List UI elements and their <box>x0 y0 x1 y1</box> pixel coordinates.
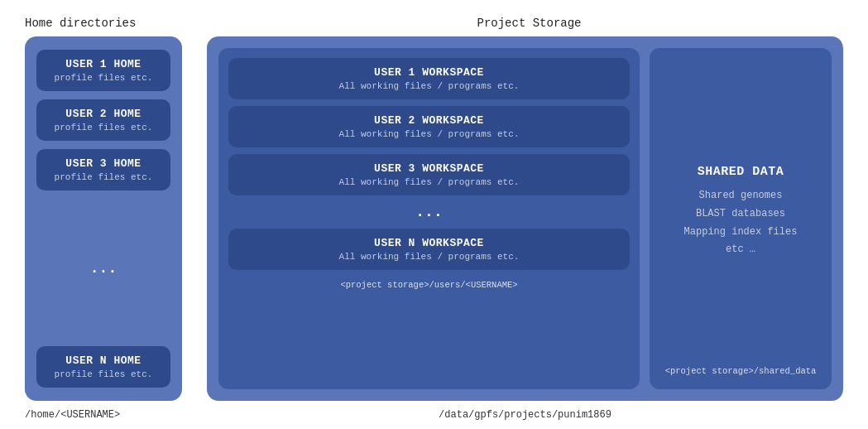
workspace-card-user1-sub: All working files / programs etc. <box>240 81 618 91</box>
shared-data-panel: SHARED DATA Shared genomes BLAST databas… <box>650 48 832 389</box>
project-storage-panel: USER 1 WORKSPACE All working files / pro… <box>207 36 843 401</box>
shared-item-4: etc … <box>684 241 798 259</box>
workspace-card-usern-sub: All working files / programs etc. <box>240 252 618 262</box>
shared-data-items: Shared genomes BLAST databases Mapping i… <box>684 187 798 258</box>
home-card-user1: USER 1 HOME profile files etc. <box>36 50 170 91</box>
section-headers: Home directories Project Storage <box>25 17 843 30</box>
users-path-label: <project storage>/users/<USERNAME> <box>228 280 630 290</box>
home-directories-panel: USER 1 HOME profile files etc. USER 2 HO… <box>25 36 182 401</box>
shared-item-3: Mapping index files <box>684 224 798 242</box>
home-bottom-label: /home/<USERNAME> <box>25 409 182 421</box>
workspace-card-usern: USER N WORKSPACE All working files / pro… <box>228 229 630 270</box>
bottom-labels: /home/<USERNAME> /data/gpfs/projects/pun… <box>25 409 843 421</box>
workspace-card-user1-title: USER 1 WORKSPACE <box>240 66 618 79</box>
home-card-user1-title: USER 1 HOME <box>48 58 159 70</box>
workspace-card-user3: USER 3 WORKSPACE All working files / pro… <box>228 154 630 195</box>
home-card-user3-sub: profile files etc. <box>48 172 159 182</box>
project-bottom-label: /data/gpfs/projects/punim1869 <box>207 409 843 421</box>
home-card-user1-sub: profile files etc. <box>48 73 159 83</box>
diagram-container: Home directories Project Storage USER 1 … <box>0 0 868 429</box>
project-header-label: Project Storage <box>215 17 843 30</box>
workspace-card-user3-sub: All working files / programs etc. <box>240 177 618 187</box>
main-row: USER 1 HOME profile files etc. USER 2 HO… <box>25 36 843 401</box>
home-header-label: Home directories <box>25 17 190 30</box>
workspace-card-user3-title: USER 3 WORKSPACE <box>240 162 618 175</box>
workspace-card-user2: USER 2 WORKSPACE All working files / pro… <box>228 106 630 147</box>
home-card-user2: USER 2 HOME profile files etc. <box>36 99 170 141</box>
shared-item-2: BLAST databases <box>684 205 798 224</box>
home-card-usern-sub: profile files etc. <box>48 369 159 379</box>
users-workspace-panel: USER 1 WORKSPACE All working files / pro… <box>218 48 640 389</box>
shared-data-title: SHARED DATA <box>698 165 784 179</box>
home-card-usern: USER N HOME profile files etc. <box>36 346 170 388</box>
home-card-usern-title: USER N HOME <box>48 354 159 367</box>
workspace-card-user1: USER 1 WORKSPACE All working files / pro… <box>228 58 630 99</box>
home-card-user2-sub: profile files etc. <box>48 123 159 133</box>
workspace-card-user2-title: USER 2 WORKSPACE <box>240 114 618 127</box>
shared-path-label: <project storage>/shared_data <box>659 366 822 376</box>
home-dots: ... <box>36 199 170 338</box>
workspace-card-user2-sub: All working files / programs etc. <box>240 129 618 139</box>
shared-item-1: Shared genomes <box>684 187 798 205</box>
workspace-dots: ... <box>228 202 630 222</box>
home-card-user3-title: USER 3 HOME <box>48 157 159 170</box>
home-card-user2-title: USER 2 HOME <box>48 108 159 120</box>
home-card-user3: USER 3 HOME profile files etc. <box>36 149 170 190</box>
shared-data-content: SHARED DATA Shared genomes BLAST databas… <box>659 61 822 363</box>
workspace-card-usern-title: USER N WORKSPACE <box>240 237 618 249</box>
